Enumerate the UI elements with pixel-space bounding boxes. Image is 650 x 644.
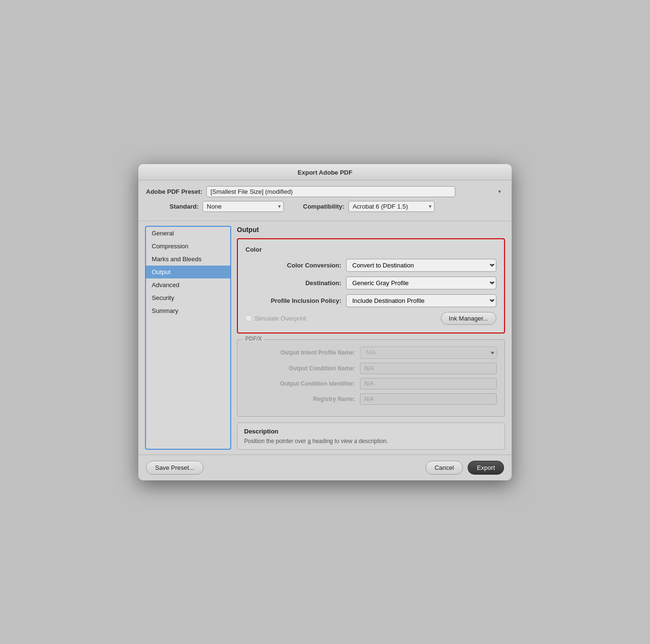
bottom-bar: Save Preset... Cancel Export [138,455,512,480]
color-box-title: Color [246,246,496,253]
top-section: Adobe PDF Preset: [Smallest File Size] (… [138,180,512,221]
registry-name-row: Registry Name: [245,393,497,405]
color-conversion-label: Color Conversion: [246,262,341,269]
preset-row: Adobe PDF Preset: [Smallest File Size] (… [146,186,504,197]
compat-label: Compatibility: [303,203,345,210]
save-preset-button[interactable]: Save Preset... [146,461,203,475]
profile-inclusion-label: Profile Inclusion Policy: [246,297,341,304]
section-title: Output [237,226,505,233]
standard-select[interactable]: None [202,201,284,212]
destination-row: Destination: Generic Gray Profile [246,277,496,289]
sidebar-item-compression[interactable]: Compression [146,240,230,253]
profile-inclusion-select-wrapper: Include Destination Profile [346,294,496,307]
destination-select[interactable]: Generic Gray Profile [346,277,496,289]
output-condition-id-input[interactable] [360,378,497,389]
output-condition-name-label: Output Condition Name: [245,365,355,372]
output-condition-id-row: Output Condition Identifier: [245,378,497,389]
color-conversion-select[interactable]: Convert to Destination [346,259,496,272]
standard-label: Standard: [146,203,199,210]
content-area: Output Color Color Conversion: Convert t… [237,226,505,450]
sidebar: General Compression Marks and Bleeds Out… [145,226,231,450]
output-intent-select-wrapper: N/A [360,346,497,359]
destination-label: Destination: [246,279,341,287]
output-intent-row: Output Intent Profile Name: N/A [245,346,497,359]
export-pdf-dialog: Export Adobe PDF Adobe PDF Preset: [Smal… [138,164,512,480]
color-conversion-select-wrapper: Convert to Destination [346,259,496,272]
main-content: General Compression Marks and Bleeds Out… [138,221,512,455]
sidebar-item-summary[interactable]: Summary [146,304,230,317]
preset-label: Adobe PDF Preset: [146,188,202,195]
standard-compat-row: Standard: None Compatibility: Acrobat 6 … [146,201,504,212]
sidebar-item-security[interactable]: Security [146,291,230,304]
description-text: Position the pointer over a heading to v… [244,438,498,444]
registry-name-input[interactable] [360,393,497,405]
description-text-underline: a [308,438,311,444]
profile-inclusion-row: Profile Inclusion Policy: Include Destin… [246,294,496,307]
output-intent-label: Output Intent Profile Name: [245,349,355,356]
color-box: Color Color Conversion: Convert to Desti… [237,238,505,333]
color-conversion-row: Color Conversion: Convert to Destination [246,259,496,272]
simulate-overprint-label: Simulate Overprint [255,315,306,322]
output-intent-select[interactable]: N/A [360,346,497,359]
cancel-button[interactable]: Cancel [426,461,463,475]
sidebar-item-output[interactable]: Output [146,266,230,278]
description-title: Description [244,428,498,435]
pdfx-title: PDF/X [243,335,264,342]
destination-select-wrapper: Generic Gray Profile [346,277,496,289]
pdfx-box: PDF/X Output Intent Profile Name: N/A Ou… [237,339,505,417]
description-box: Description Position the pointer over a … [237,422,505,450]
compat-select[interactable]: Acrobat 6 (PDF 1.5) [348,201,435,212]
simulate-overprint-checkbox[interactable] [246,315,252,322]
output-condition-name-row: Output Condition Name: [245,363,497,374]
bottom-right-buttons: Cancel Export [426,461,504,475]
export-button[interactable]: Export [468,461,504,475]
sidebar-item-general[interactable]: General [146,227,230,240]
sidebar-item-advanced[interactable]: Advanced [146,278,230,291]
simulate-left: Simulate Overprint [246,315,306,322]
dialog-title: Export Adobe PDF [298,169,352,176]
ink-manager-button[interactable]: Ink Manager... [441,312,496,325]
sidebar-item-marks-and-bleeds[interactable]: Marks and Bleeds [146,253,230,266]
preset-select[interactable]: [Smallest File Size] (modified) [206,186,455,197]
title-bar: Export Adobe PDF [138,164,512,180]
output-condition-id-label: Output Condition Identifier: [245,380,355,387]
profile-inclusion-select[interactable]: Include Destination Profile [346,294,496,307]
registry-name-label: Registry Name: [245,396,355,402]
output-condition-name-input[interactable] [360,363,497,374]
simulate-row: Simulate Overprint Ink Manager... [246,312,496,325]
